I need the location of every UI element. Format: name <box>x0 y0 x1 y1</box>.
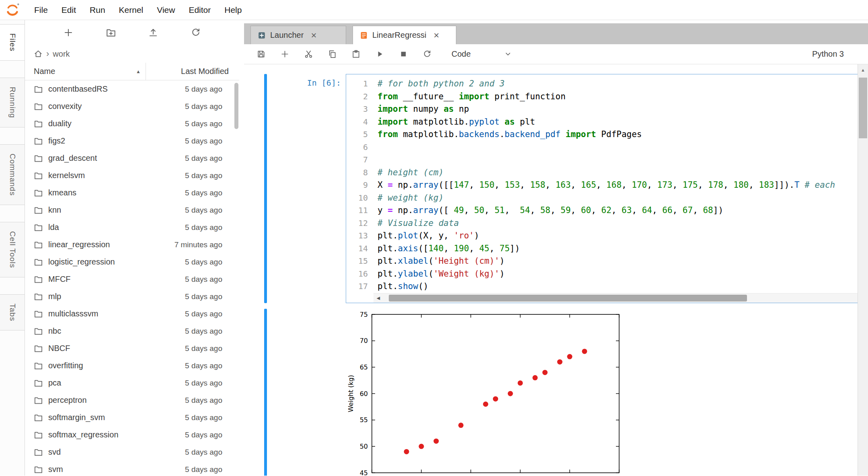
code-lines[interactable]: # for both python 2 and 3from __future__… <box>373 74 864 293</box>
chevron-down-icon <box>504 50 512 58</box>
scrollbar-thumb[interactable] <box>859 78 867 138</box>
sidebar-tab-commands[interactable]: Commands <box>0 144 25 205</box>
file-row-duality[interactable]: duality5 days ago <box>25 115 239 132</box>
code-line[interactable]: plt.plot(X, y, 'ro') <box>378 230 864 242</box>
menubar: FileEditRunKernelViewEditorHelp <box>0 0 868 20</box>
close-icon[interactable]: × <box>311 31 316 40</box>
output-prompt <box>267 309 346 476</box>
code-line[interactable] <box>378 154 864 166</box>
code-line[interactable]: plt.show() <box>378 280 864 293</box>
editor-horizontal-scrollbar[interactable]: ◀ ▶ <box>373 293 864 303</box>
input-collapser[interactable] <box>264 74 267 303</box>
file-row-overfitting[interactable]: overfitting5 days ago <box>25 357 239 374</box>
code-line[interactable]: # weight (kg) <box>378 192 864 205</box>
file-row-linear_regression[interactable]: linear_regression7 minutes ago <box>25 236 239 253</box>
file-row-figs2[interactable]: figs25 days ago <box>25 132 239 150</box>
new-folder-button[interactable] <box>102 23 120 42</box>
scrollbar-thumb[interactable] <box>234 83 238 129</box>
sidebar-tab-cell-tools[interactable]: Cell Tools <box>0 222 25 277</box>
file-row-convexity[interactable]: convexity5 days ago <box>25 98 239 115</box>
file-row-mlp[interactable]: mlp5 days ago <box>25 288 239 305</box>
file-row-svm[interactable]: svm5 days ago <box>25 461 239 476</box>
scroll-up-arrow[interactable]: ▲ <box>858 64 868 76</box>
file-row-lda[interactable]: lda5 days ago <box>25 219 239 236</box>
line-number: 10 <box>346 192 368 205</box>
output-collapser[interactable] <box>264 309 267 476</box>
dock-tab-linearregressi[interactable]: LinearRegressi× <box>353 26 456 44</box>
close-icon[interactable]: × <box>434 31 439 40</box>
restart-kernel-button[interactable] <box>420 47 434 62</box>
menu-editor[interactable]: Editor <box>182 5 218 15</box>
sort-ascending-icon: ▲ <box>136 69 141 74</box>
code-line[interactable]: # for both python 2 and 3 <box>378 78 864 90</box>
upload-button[interactable] <box>144 23 162 42</box>
save-button[interactable] <box>254 47 268 62</box>
menu-edit[interactable]: Edit <box>55 5 83 15</box>
code-line[interactable]: import matplotlib.pyplot as plt <box>378 116 864 129</box>
cell-type-dropdown[interactable]: Code <box>451 49 512 59</box>
code-line[interactable]: plt.xlabel('Height (cm)') <box>378 255 864 268</box>
code-line[interactable]: X = np.array([[147, 150, 153, 158, 163, … <box>378 179 864 192</box>
file-row-pca[interactable]: pca5 days ago <box>25 374 239 392</box>
stop-kernel-button[interactable] <box>396 47 410 62</box>
restart-icon <box>423 49 432 59</box>
code-line[interactable]: import numpy as np <box>378 103 864 116</box>
column-header-name[interactable]: Name ▲ <box>25 63 146 80</box>
notebook-scrollbar[interactable]: ▲ <box>858 64 868 476</box>
file-row-grad_descent[interactable]: grad_descent5 days ago <box>25 150 239 167</box>
sidebar-tab-files[interactable]: Files <box>0 24 25 61</box>
new-launcher-button[interactable] <box>59 23 78 42</box>
file-row-NBCF[interactable]: NBCF5 days ago <box>25 340 239 357</box>
scroll-left-arrow[interactable]: ◀ <box>373 295 383 301</box>
breadcrumb-current-dir[interactable]: work <box>53 49 70 59</box>
menu-view[interactable]: View <box>150 5 182 15</box>
file-row-kmeans[interactable]: kmeans5 days ago <box>25 184 239 201</box>
insert-cell-button[interactable] <box>277 47 292 62</box>
file-row-softmax_regression[interactable]: softmax_regression5 days ago <box>25 426 239 443</box>
file-row-kernelsvm[interactable]: kernelsvm5 days ago <box>25 167 239 184</box>
file-browser-scrollbar[interactable] <box>234 81 238 476</box>
file-row-contentbasedRS[interactable]: contentbasedRS5 days ago <box>25 80 239 98</box>
menu-run[interactable]: Run <box>83 5 112 15</box>
refresh-button[interactable] <box>187 23 205 42</box>
code-line[interactable]: from matplotlib.backends.backend_pdf imp… <box>378 128 864 141</box>
scrollbar-thumb[interactable] <box>389 295 747 302</box>
file-row-perceptron[interactable]: perceptron5 days ago <box>25 392 239 409</box>
code-line[interactable]: # Visualize data <box>378 217 864 230</box>
file-row-multiclasssvm[interactable]: multiclasssvm5 days ago <box>25 305 239 322</box>
file-row-knn[interactable]: knn5 days ago <box>25 201 239 219</box>
paste-cells-button[interactable] <box>349 47 363 62</box>
copy-cells-button[interactable] <box>325 47 339 62</box>
cut-cells-button[interactable] <box>301 47 316 62</box>
file-row-nbc[interactable]: nbc5 days ago <box>25 322 239 340</box>
code-line[interactable]: # height (cm) <box>378 166 864 179</box>
sidebar-tab-tabs[interactable]: Tabs <box>0 294 25 330</box>
code-line[interactable] <box>378 141 864 154</box>
dock-tab-launcher[interactable]: Launcher× <box>250 26 346 44</box>
file-row-logistic_regression[interactable]: logistic_regression5 days ago <box>25 253 239 271</box>
file-modified: 5 days ago <box>185 258 239 267</box>
menu-help[interactable]: Help <box>218 5 248 15</box>
code-line[interactable]: from __future__ import print_function <box>378 90 864 103</box>
file-row-MFCF[interactable]: MFCF5 days ago <box>25 271 239 288</box>
save-icon <box>257 49 266 59</box>
column-header-modified[interactable]: Last Modified <box>146 63 239 80</box>
file-modified: 5 days ago <box>185 189 239 197</box>
sidebar-tab-running[interactable]: Running <box>0 78 25 127</box>
file-row-softmargin_svm[interactable]: softmargin_svm5 days ago <box>25 409 239 426</box>
file-row-svd[interactable]: svd5 days ago <box>25 443 239 461</box>
code-editor[interactable]: 1234567891011121314151617 # for both pyt… <box>346 74 865 303</box>
code-line[interactable]: plt.ylabel('Weight (kg)') <box>378 268 864 281</box>
home-icon[interactable] <box>34 49 43 58</box>
panel-splitter[interactable] <box>239 20 244 476</box>
notebook-content: In [6]: 1234567891011121314151617 # for … <box>244 64 868 476</box>
code-line[interactable]: y = np.array([ 49, 50, 51, 54, 58, 59, 6… <box>378 204 864 217</box>
scrollbar-track[interactable] <box>383 293 855 303</box>
run-cell-button[interactable] <box>372 47 387 62</box>
file-modified: 5 days ago <box>185 137 239 146</box>
kernel-name[interactable]: Python 3 <box>812 49 844 59</box>
code-line[interactable]: plt.axis([140, 190, 45, 75]) <box>378 242 864 255</box>
menu-kernel[interactable]: Kernel <box>112 5 150 15</box>
folder-icon <box>34 205 43 215</box>
menu-file[interactable]: File <box>27 5 55 15</box>
